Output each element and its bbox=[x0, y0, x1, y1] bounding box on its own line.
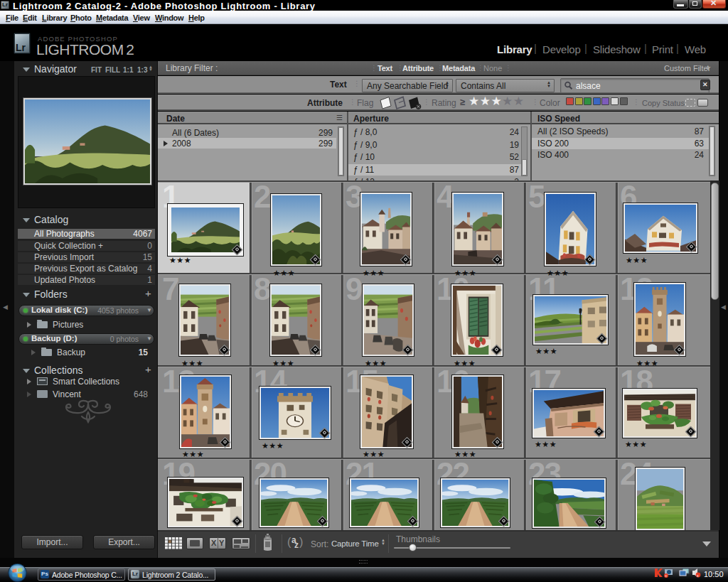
svg-text:x: x bbox=[697, 573, 699, 578]
